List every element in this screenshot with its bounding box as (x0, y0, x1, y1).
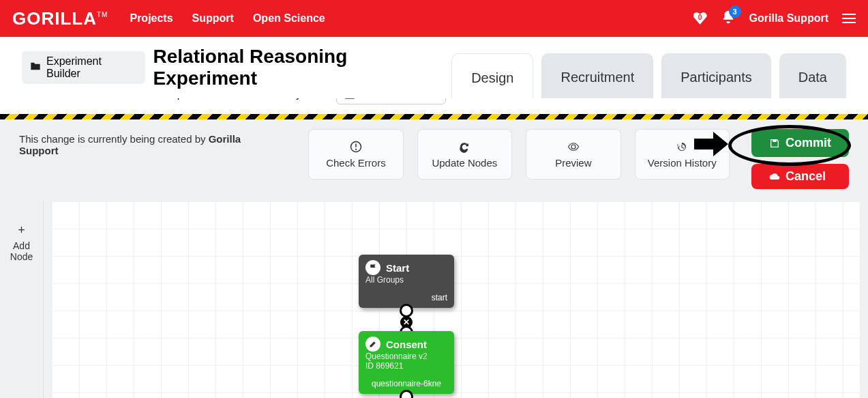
eye-icon (567, 141, 580, 153)
change-toolbar: This change is currently being created b… (0, 119, 868, 201)
check-errors-label: Check Errors (326, 157, 386, 169)
heart-icon[interactable] (693, 12, 707, 25)
node-start-title: Start (386, 262, 409, 274)
node-consent-title: Consent (386, 339, 427, 350)
hazard-stripe (0, 114, 868, 119)
add-node-label-1: Add (13, 240, 30, 251)
nav-projects[interactable]: Projects (130, 12, 173, 25)
flow-canvas[interactable]: Start All Groups start ✕ Consent Questio… (52, 201, 860, 398)
commit-column: Commit Cancel (751, 129, 849, 189)
experiment-title: Relational Reasoning Experiment (153, 46, 452, 89)
preview-button[interactable]: Preview (526, 129, 620, 180)
trademark: TM (97, 11, 108, 18)
history-icon (676, 141, 688, 153)
change-status-text: This change is currently being created b… (19, 129, 267, 156)
flag-icon (365, 260, 380, 275)
update-nodes-label: Update Nodes (432, 157, 497, 169)
header-right: 3 Gorilla Support (693, 10, 856, 27)
canvas-area: + Add Node Start All Groups start ✕ Cons… (0, 201, 868, 398)
svg-rect-5 (773, 139, 776, 141)
node-start-sub: All Groups (365, 275, 447, 285)
node-start-foot: start (365, 293, 447, 302)
save-icon (769, 138, 780, 149)
builder-badge[interactable]: Experiment Builder (22, 51, 145, 84)
tab-participants[interactable]: Participants (661, 53, 771, 98)
builder-badge-label: Experiment Builder (46, 55, 137, 80)
menu-icon[interactable] (842, 14, 856, 23)
cancel-button[interactable]: Cancel (751, 164, 849, 189)
refresh-icon (458, 141, 470, 153)
app-header: GORILLATM Projects Support Open Science … (0, 0, 868, 37)
add-node-label-2: Node (10, 251, 33, 262)
notification-count-badge: 3 (729, 5, 741, 18)
add-node-button[interactable]: + Add Node (0, 201, 44, 398)
main-nav: Projects Support Open Science (130, 12, 325, 25)
warning-icon (350, 141, 362, 153)
node-consent[interactable]: Consent Questionnaire v2 ID 869621 quest… (359, 331, 454, 394)
node-consent-sub1: Questionnaire v2 (365, 352, 447, 361)
cancel-label: Cancel (785, 169, 826, 184)
folder-icon (30, 61, 41, 74)
update-nodes-button[interactable]: Update Nodes (417, 129, 512, 180)
nav-open-science[interactable]: Open Science (253, 12, 325, 25)
preview-label: Preview (555, 157, 591, 169)
notifications-button[interactable]: 3 (721, 10, 736, 27)
node-consent-sub2: ID 869621 (365, 361, 447, 371)
node-start[interactable]: Start All Groups start (359, 255, 454, 308)
tab-recruitment[interactable]: Recruitment (541, 53, 653, 98)
logo[interactable]: GORILLATM (12, 8, 108, 29)
version-history-label: Version History (648, 157, 717, 169)
page-subheader: Experiment Builder Relational Reasoning … (0, 37, 868, 98)
tab-design[interactable]: Design (451, 53, 533, 98)
cloud-cancel-icon (769, 171, 780, 182)
edit-icon (365, 337, 380, 352)
check-errors-button[interactable]: Check Errors (308, 129, 403, 180)
connector-port[interactable] (400, 304, 413, 317)
nav-support[interactable]: Support (192, 12, 234, 25)
version-history-button[interactable]: Version History (635, 129, 730, 180)
user-menu[interactable]: Gorilla Support (749, 12, 828, 25)
tab-data[interactable]: Data (779, 53, 846, 98)
svg-point-4 (355, 148, 357, 150)
page-tabs: Design Recruitment Participants Data (451, 53, 846, 98)
commit-label: Commit (785, 136, 831, 150)
node-consent-foot: questionnaire-6kne (365, 379, 447, 388)
commit-button[interactable]: Commit (751, 129, 849, 157)
plus-icon: + (18, 223, 25, 238)
logo-text: GORILLA (12, 8, 97, 29)
